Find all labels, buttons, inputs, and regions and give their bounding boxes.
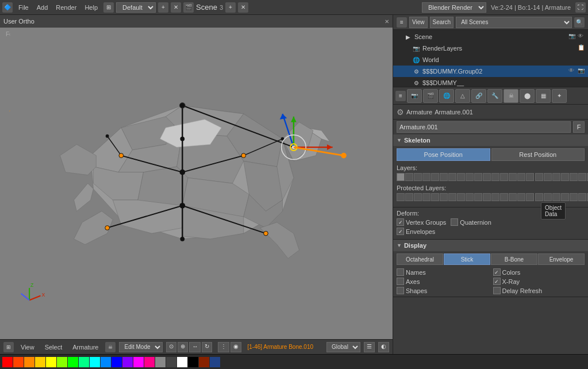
layer-cell-5[interactable] (431, 173, 439, 181)
layer-cell-10[interactable] (474, 173, 482, 181)
outliner-search-btn[interactable]: Search (430, 17, 454, 28)
props-tab-world[interactable]: 🌐 (439, 89, 454, 103)
search-icon[interactable]: 🔍 (574, 17, 585, 28)
color-block-1[interactable] (13, 357, 24, 367)
restrict-view-icon[interactable]: 👁 (568, 67, 577, 75)
color-block-2[interactable] (24, 357, 34, 367)
color-block-10[interactable] (112, 357, 122, 367)
layer-cell-13[interactable] (500, 173, 508, 181)
layer-cell-3[interactable] (414, 173, 422, 181)
scene-icon[interactable]: 🎬 (183, 2, 194, 13)
props-tab-constraints[interactable]: 🔗 (471, 89, 486, 103)
quaternion-checkbox[interactable] (451, 218, 458, 226)
color-block-14[interactable] (155, 357, 166, 367)
prot-cell-9[interactable] (466, 193, 474, 201)
layer-cell-1[interactable] (397, 173, 405, 181)
skeleton-icon[interactable]: ☠ (105, 342, 116, 352)
menu-add[interactable]: Add (33, 3, 52, 12)
proportional-icon[interactable]: ◉ (230, 342, 241, 352)
prot-cell-22[interactable] (578, 193, 586, 201)
layer-cell-7[interactable] (448, 173, 456, 181)
layer-cell-9[interactable] (466, 173, 474, 181)
props-panel-icon[interactable]: ≡ (395, 91, 406, 101)
layer-cell-21[interactable] (570, 173, 578, 181)
props-tab-object[interactable]: △ (455, 89, 470, 103)
prot-cell-16[interactable] (526, 193, 534, 201)
colors-checkbox[interactable] (493, 268, 501, 276)
display-bbone-btn[interactable]: B-Bone (491, 253, 537, 265)
prot-cell-11[interactable] (483, 193, 491, 201)
tree-restrict-icon[interactable]: 👁 (578, 33, 586, 41)
all-scenes-select[interactable]: All Scenes (456, 17, 572, 28)
manipulate-icon[interactable]: ⊕ (178, 342, 188, 352)
color-block-15[interactable] (166, 357, 176, 367)
axes-checkbox[interactable] (397, 278, 404, 285)
layer-cell-20[interactable] (561, 173, 569, 181)
display-header[interactable]: ▼ Display (393, 240, 588, 251)
menu-render[interactable]: Render (52, 3, 80, 12)
tree-item-dummy2[interactable]: ⚙ $$$DUMMY__ (393, 77, 588, 87)
props-tab-material[interactable]: ⬤ (520, 89, 535, 103)
layer-cell-12[interactable] (491, 173, 499, 181)
tree-rl-icon[interactable]: 📋 (578, 44, 586, 52)
layer-cell-15[interactable] (517, 173, 525, 181)
color-block-12[interactable] (133, 357, 144, 367)
layer-cell-11[interactable] (483, 173, 491, 181)
color-block-16[interactable] (177, 357, 187, 367)
prot-cell-7[interactable] (448, 193, 456, 201)
color-block-18[interactable] (199, 357, 209, 367)
color-block-9[interactable] (101, 357, 111, 367)
prot-cell-5[interactable] (431, 193, 439, 201)
delay-refresh-check[interactable]: Delay Refresh (493, 287, 585, 294)
snap-icon[interactable]: ⋮ (218, 342, 229, 352)
outliner-tree[interactable]: ▶ Scene 📷 👁 📷 RenderLayers 📋 🌐 World (393, 30, 588, 87)
layer-cell-18[interactable] (544, 173, 552, 181)
outliner-icon[interactable]: ≡ (397, 17, 407, 28)
prot-cell-3[interactable] (414, 193, 422, 201)
tree-item-dummy1[interactable]: ⚙ $$$DUMMY.Group02 👁 📷 (393, 66, 588, 77)
layer-icon[interactable]: ☰ (364, 342, 375, 352)
delay-refresh-checkbox[interactable] (493, 287, 501, 294)
tree-item-scene[interactable]: ▶ Scene 📷 👁 (393, 31, 588, 43)
props-tab-modifiers[interactable]: 🔧 (487, 89, 502, 103)
viewport-close[interactable]: ✕ (385, 18, 389, 25)
props-tab-texture[interactable]: ▦ (536, 89, 551, 103)
color-block-19[interactable] (210, 357, 220, 367)
quaternion-check[interactable]: Quaternion (451, 218, 491, 226)
layer-cell-16[interactable] (526, 173, 534, 181)
tree-item-world[interactable]: 🌐 World (393, 54, 588, 66)
layer-cell-8[interactable] (457, 173, 465, 181)
prot-cell-21[interactable] (570, 193, 578, 201)
rotate-icon[interactable]: ↻ (202, 342, 212, 352)
color-block-17[interactable] (188, 357, 198, 367)
object-name-input[interactable] (397, 121, 571, 133)
fullscreen-icon[interactable]: ⛶ (575, 2, 586, 13)
tree-camera-icon[interactable]: 📷 (568, 33, 577, 41)
display-envelope-btn[interactable]: Envelope (538, 253, 585, 265)
add-scene-icon[interactable]: + (225, 2, 236, 13)
prot-cell-18[interactable] (544, 193, 552, 201)
remove-screen-icon[interactable]: ✕ (171, 2, 181, 13)
prot-cell-15[interactable] (517, 193, 525, 201)
menu-file[interactable]: File (15, 3, 32, 12)
layer-cell-22[interactable] (578, 173, 586, 181)
prot-cell-14[interactable] (509, 193, 517, 201)
menu-help[interactable]: Help (81, 3, 101, 12)
layer-cell-6[interactable] (440, 173, 448, 181)
viewport-icon[interactable]: ⊞ (3, 342, 14, 352)
tree-item-renderlayers[interactable]: 📷 RenderLayers 📋 (393, 43, 588, 54)
prot-cell-12[interactable] (491, 193, 499, 201)
names-check[interactable]: Names (397, 268, 489, 276)
name-f-button[interactable]: F (573, 121, 585, 133)
pivot-icon[interactable]: ⊙ (166, 342, 176, 352)
rest-position-btn[interactable]: Rest Position (491, 148, 585, 161)
viewport-select-menu[interactable]: Select (41, 343, 66, 352)
prot-cell-10[interactable] (474, 193, 482, 201)
move-icon[interactable]: ↔ (189, 342, 201, 352)
shapes-checkbox[interactable] (397, 287, 404, 294)
xray-check[interactable]: X-Ray (493, 278, 585, 285)
props-tab-scene[interactable]: 🎬 (423, 89, 438, 103)
restrict-render-icon[interactable]: 📷 (578, 67, 586, 75)
layer-cell-17[interactable] (535, 173, 543, 181)
prot-cell-2[interactable] (405, 193, 413, 201)
